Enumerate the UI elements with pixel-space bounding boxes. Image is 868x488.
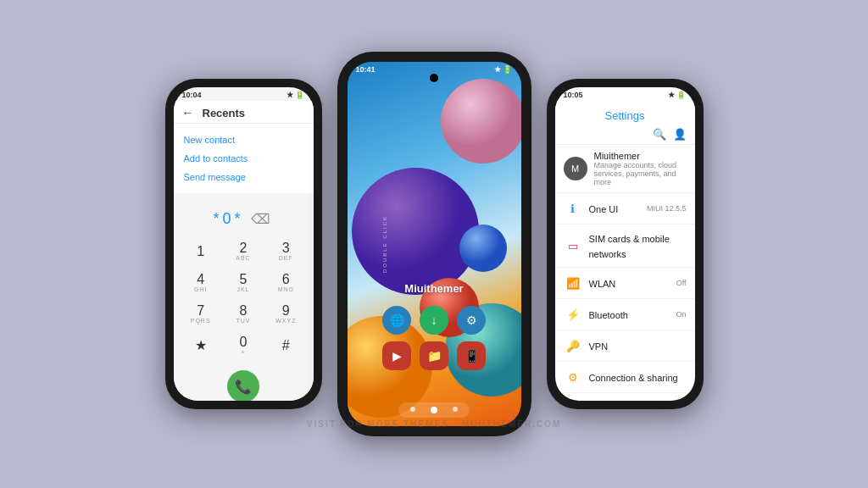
wlan-label: WLAN [589, 279, 616, 289]
one-ui-text: One UI [589, 201, 640, 216]
vpn-label: VPN [589, 341, 609, 352]
recents-title: Recents [203, 107, 246, 119]
wallpaper-text: Wallpaper & personalization [589, 399, 687, 401]
dial-key-0[interactable]: 0+ [223, 330, 264, 360]
double-click-label: DOUBLE CLICK [382, 215, 387, 273]
settings-item-sim[interactable]: ▭ SIM cards & mobile networks [555, 225, 695, 268]
dial-key-2[interactable]: 2ABC [223, 236, 264, 266]
bluetooth-text: Bluetooth [589, 307, 670, 322]
center-status-icons: ★ 🔋 [494, 65, 513, 74]
home-brand-label: Miuithemer [404, 282, 463, 295]
sim-label: SIM cards & mobile networks [589, 234, 670, 259]
one-ui-label: One UI [589, 204, 619, 214]
dial-key-4[interactable]: 4GHI [181, 268, 221, 297]
svg-point-4 [459, 225, 507, 272]
recents-actions: New contact Add to contacts Send message [174, 124, 314, 193]
settings-item-account[interactable]: M Miuithemer Manage accounts, cloud serv… [555, 145, 695, 193]
bluetooth-label: Bluetooth [589, 310, 628, 320]
call-button[interactable]: 📞 [227, 370, 259, 401]
file-manager-app-icon[interactable]: 📁 [420, 341, 448, 370]
downloads-app-icon[interactable]: ↓ [420, 306, 448, 335]
account-icon[interactable]: 👤 [673, 128, 687, 141]
dial-grid: 1 2ABC 3DEF 4GHI 5JKL 6MNO 7PQRS 8TUV 9W… [174, 233, 314, 363]
browser-app-icon[interactable]: 🌐 [382, 306, 411, 335]
bluetooth-icon: ⚡ [564, 305, 582, 324]
home-apps-row-2: 🌐 ↓ ⚙ [382, 306, 486, 335]
back-icon[interactable]: ← [182, 106, 194, 119]
settings-header: Settings [555, 101, 695, 126]
left-status-icons: ★ 🔋 [287, 91, 305, 99]
vpn-text: VPN [589, 338, 687, 353]
bluetooth-badge: On [676, 310, 686, 319]
center-time: 10:41 [356, 65, 376, 74]
connection-label: Connection & sharing [589, 373, 678, 383]
left-status-bar: 10:04 ★ 🔋 [174, 87, 314, 101]
dialer-value: *0* [213, 210, 243, 228]
dial-bottom: 📞 [174, 363, 314, 401]
backspace-icon[interactable]: ⌫ [251, 211, 274, 227]
settings-item-wlan[interactable]: 📶 WLAN Off [555, 268, 695, 299]
vpn-icon: 🔑 [564, 336, 582, 355]
settings-item-wallpaper[interactable]: 🌸 Wallpaper & personalization [555, 393, 695, 401]
right-status-icons: ★ 🔋 [668, 91, 687, 99]
avatar: M [564, 157, 587, 180]
dial-key-5[interactable]: 5JKL [223, 268, 264, 297]
account-sub: Manage accounts, cloud services, payment… [594, 161, 687, 186]
miremote-app-icon[interactable]: ⚙ [457, 306, 486, 335]
connection-text: Connection & sharing [589, 369, 687, 385]
sim-text: SIM cards & mobile networks [589, 230, 687, 261]
svg-point-0 [441, 79, 521, 164]
info-icon: ℹ [564, 199, 582, 218]
dock-dot-active [431, 407, 437, 413]
search-icon[interactable]: 🔍 [653, 128, 666, 141]
dock-dot-1 [410, 407, 415, 412]
account-text: Miuithemer Manage accounts, cloud servic… [594, 151, 687, 186]
settings-toolbar: 🔍 👤 [555, 126, 695, 145]
home-dock [398, 402, 470, 418]
new-contact-link[interactable]: New contact [184, 130, 303, 149]
wallpaper-svg [348, 62, 521, 426]
dial-key-3[interactable]: 3DEF [265, 236, 306, 266]
account-name: Miuithemer [594, 151, 687, 161]
settings-item-bluetooth[interactable]: ⚡ Bluetooth On [555, 299, 695, 330]
wlan-text: WLAN [589, 275, 670, 291]
connection-icon: ⚙ [564, 368, 582, 386]
center-phone: 10:41 ★ 🔋 DOUBLE CLICK Miuithemer 🌐 ↓ ⚙ … [337, 52, 531, 436]
dialer-display: *0* ⌫ [174, 205, 314, 233]
screen-recorder-app-icon[interactable]: 📱 [457, 341, 486, 370]
dial-key-8[interactable]: 8TUV [223, 299, 264, 329]
recents-header: ← Recents [174, 101, 314, 124]
one-ui-badge: MIUI 12.5.5 [647, 204, 687, 213]
wlan-badge: Off [676, 279, 687, 287]
sim-icon: ▭ [564, 236, 582, 255]
dial-key-star[interactable]: ★ [181, 330, 221, 360]
settings-item-one-ui[interactable]: ℹ One UI MIUI 12.5.5 [555, 193, 695, 225]
home-apps-row-1: ▶ 📁 📱 [382, 341, 486, 370]
right-status-bar: 10:05 ★ 🔋 [555, 87, 695, 101]
settings-item-vpn[interactable]: 🔑 VPN [555, 330, 695, 362]
dial-key-6[interactable]: 6MNO [265, 268, 306, 297]
center-status-bar: 10:41 ★ 🔋 [348, 62, 521, 75]
settings-item-connection[interactable]: ⚙ Connection & sharing [555, 362, 695, 393]
right-phone: 10:05 ★ 🔋 Settings 🔍 👤 M Miuithemer Mana… [547, 79, 704, 409]
send-message-link[interactable]: Send message [184, 168, 303, 186]
recorder-app-icon[interactable]: ▶ [382, 341, 411, 370]
left-phone: 10:04 ★ 🔋 ← Recents New contact Add to c… [165, 79, 322, 409]
left-time: 10:04 [182, 91, 202, 99]
svg-point-1 [352, 168, 479, 295]
dial-key-7[interactable]: 7PQRS [181, 299, 221, 329]
dial-key-1[interactable]: 1 [181, 236, 221, 266]
dial-key-9[interactable]: 9WXYZ [265, 299, 306, 329]
wlan-icon: 📶 [564, 274, 582, 292]
dial-key-hash[interactable]: # [265, 330, 306, 360]
right-time: 10:05 [564, 91, 583, 99]
add-to-contacts-link[interactable]: Add to contacts [184, 149, 303, 168]
dialer-section: *0* ⌫ 1 2ABC 3DEF 4GHI 5JKL 6MNO 7PQRS 8… [174, 193, 314, 401]
settings-title: Settings [605, 109, 645, 122]
dock-dot-3 [453, 407, 458, 412]
